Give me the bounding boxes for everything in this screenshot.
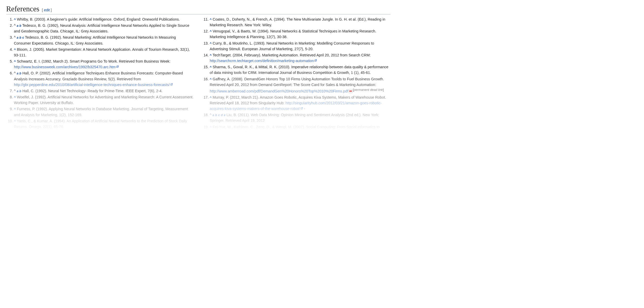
- backlink-caret[interactable]: ^: [210, 41, 212, 45]
- reference-text: Gaffney, A. (2008). DemandGen Honors Top…: [210, 77, 384, 87]
- backlink-letter[interactable]: e: [224, 113, 226, 117]
- backlink-letter[interactable]: b: [19, 36, 21, 39]
- reference-item: ^ Schwartz, E. I. (1992, March 2). Smart…: [14, 58, 195, 70]
- reference-item: ^ a b Tedesco, B. G. (1992), Neural Anal…: [14, 23, 195, 34]
- backlink-letter[interactable]: a: [17, 24, 19, 28]
- reference-external-link[interactable]: http://www.amberroad.com/pdf/DemandGen%2…: [210, 89, 348, 93]
- backlink-letter[interactable]: a: [17, 89, 19, 93]
- reference-text: Whitby, B. (2003). A beginner's guide: A…: [17, 17, 180, 21]
- reference-item: ^ Woelfel, J. (1992). Artificial Neural …: [14, 94, 195, 106]
- reference-item: ^ Curry, B., & Moutinho, L. (1993). Neur…: [210, 40, 391, 52]
- backlinks: ^ a b: [14, 71, 21, 75]
- reference-text: Schwartz, E. I. (1992, March 2). Smart P…: [17, 59, 171, 63]
- reference-text: Tedesco, B. G. (1992). Neural Marketing:…: [14, 35, 176, 45]
- reference-text: Fei-Yue, W., Kathleen, C., Zeng, D., & W…: [210, 125, 380, 135]
- reference-text: Yanis, C., & Kumar, A. (1994). An Applic…: [14, 119, 187, 129]
- reference-item: ^ TechTarget. (2004, February). Marketin…: [210, 52, 391, 64]
- backlink-caret[interactable]: ^: [210, 53, 212, 57]
- external-link-icon: [314, 59, 317, 62]
- backlinks: ^ a b c d e: [210, 113, 225, 117]
- reference-item: ^ Bloom, J. (2005). Market Segmentation:…: [14, 47, 195, 58]
- reference-text: Woelfel, J. (1992). Artificial Neural Ne…: [14, 95, 193, 105]
- dead-link-note: [permanent dead link]: [353, 88, 384, 92]
- reference-text: Venugopal, V., & Baets, W. (1994). Neura…: [210, 29, 376, 39]
- reference-item: ^ Murray, P. (2012, March 21). Amazon Go…: [210, 95, 391, 112]
- backlinks: ^ a b c: [14, 35, 24, 39]
- bracket-close: ]: [50, 8, 52, 12]
- reference-text-post: -: [303, 107, 305, 111]
- backlink-letter[interactable]: a: [213, 113, 214, 117]
- reference-item: ^ Coates, D., Doherty, N., & French, A. …: [210, 16, 391, 28]
- reference-item: ^ a b Hall, O. P. (2002). Artificial Int…: [14, 70, 195, 87]
- reference-item: ^ Venugopal, V., & Baets, W. (1994). Neu…: [210, 28, 391, 40]
- backlink-caret[interactable]: ^: [210, 65, 212, 69]
- reference-item: ^ Furness, P. (1992). Applying Neural Ne…: [14, 106, 195, 117]
- reference-text: Tedesco, B. G. (1992), Neural Analysis: …: [14, 23, 189, 33]
- reference-text: Bloom, J. (2005). Market Segmentation: A…: [14, 47, 190, 57]
- reference-text: Coates, D., Doherty, N., & French, A. (1…: [210, 17, 385, 27]
- reference-text: Hall, O. P. (2002). Artificial Intellige…: [14, 71, 183, 81]
- backlink-letter[interactable]: b: [19, 72, 21, 75]
- backlink-letter[interactable]: d: [221, 113, 223, 117]
- backlink-caret[interactable]: ^: [210, 77, 212, 81]
- references-list: ^ Whitby, B. (2003). A beginner's guide:…: [6, 16, 391, 135]
- reference-item: ^ Whitby, B. (2003). A beginner's guide:…: [14, 16, 195, 22]
- section-title: References: [6, 5, 39, 13]
- backlink-letter[interactable]: c: [218, 113, 220, 117]
- backlink-caret[interactable]: ^: [210, 18, 212, 21]
- backlink-caret[interactable]: ^: [14, 48, 16, 52]
- backlink-caret[interactable]: ^: [14, 107, 16, 111]
- pdf-icon: [349, 89, 352, 93]
- reference-text: Curry, B., & Moutinho, L. (1993). Neural…: [210, 41, 374, 51]
- backlink-letter[interactable]: b: [215, 113, 217, 117]
- backlink-caret[interactable]: ^: [210, 29, 212, 33]
- section-heading-references: References [ edit ]: [6, 5, 391, 14]
- reference-item: ^ a b c Tedesco, B. G. (1992). Neural Ma…: [14, 35, 195, 46]
- reference-item: ^ a b c d e Liu, B. (2011). Web Data Min…: [210, 112, 391, 123]
- reference-text: Hall, C. (1992). Neural Net Technology- …: [22, 89, 163, 93]
- reference-item: ^ Gaffney, A. (2008). DemandGen Honors T…: [210, 76, 391, 94]
- reference-item: ^ a b Hall, C. (1992). Neural Net Techno…: [14, 88, 195, 94]
- page-root: References [ edit ] ^ Whitby, B. (2003).…: [0, 0, 396, 135]
- reference-item: ^ Fei-Yue, W., Kathleen, C., Zeng, D., &…: [210, 124, 391, 135]
- backlink-letter[interactable]: c: [22, 36, 24, 39]
- reference-item: ^ Sharma, S., Goval, R. K., & Mittal, R.…: [210, 64, 391, 75]
- bracket-open: [: [42, 8, 44, 12]
- external-link-icon: [170, 83, 173, 86]
- reference-text: Sharma, S., Goval, R. K., & Mittal, R. K…: [210, 65, 388, 75]
- backlinks: ^ a b: [14, 89, 21, 93]
- reference-text: Liu, B. (2011). Web Data Mining: Opinion…: [210, 113, 379, 123]
- reference-external-link[interactable]: http://gbr.pepperdine.edu/2010/08/artifi…: [14, 83, 170, 87]
- reference-text: TechTarget. (2004, February). Marketing …: [213, 53, 370, 57]
- backlink-caret[interactable]: ^: [210, 125, 212, 129]
- reference-external-link[interactable]: http://searchcrm.techtarget.com/definiti…: [210, 59, 314, 63]
- backlink-caret[interactable]: ^: [210, 96, 212, 99]
- external-link-icon: [116, 65, 119, 68]
- reference-item: ^ Yanis, C., & Kumar, A. (1994). An Appl…: [14, 118, 195, 130]
- backlink-letter[interactable]: a: [17, 36, 19, 39]
- backlink-letter[interactable]: b: [19, 89, 21, 93]
- backlink-caret[interactable]: ^: [14, 59, 16, 63]
- edit-link[interactable]: edit: [44, 8, 50, 12]
- backlink-letter[interactable]: b: [19, 24, 21, 28]
- backlink-caret[interactable]: ^: [14, 95, 16, 99]
- backlink-caret[interactable]: ^: [14, 119, 16, 123]
- backlinks: ^ a b: [14, 23, 21, 28]
- reference-text: Furness, P. (1992). Applying Neural Netw…: [14, 107, 188, 117]
- edit-section-wrapper: [ edit ]: [42, 8, 52, 12]
- external-link-icon: [300, 107, 303, 110]
- reference-external-link[interactable]: http://www.businessweek.com/archives/199…: [14, 65, 116, 69]
- backlink-letter[interactable]: a: [17, 72, 19, 75]
- backlink-caret[interactable]: ^: [14, 18, 16, 21]
